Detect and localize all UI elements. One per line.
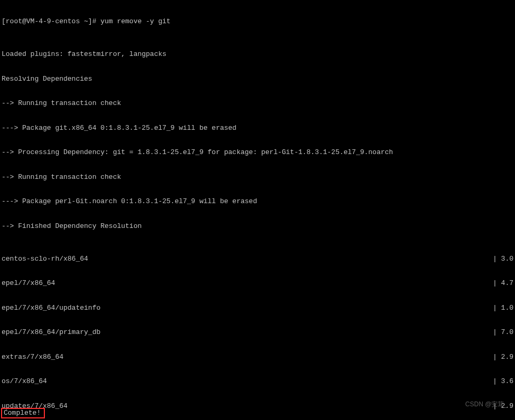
output-line: --> Finished Dependency Resolution	[2, 222, 513, 231]
output-line: ---> Package perl-Git.noarch 0:1.8.3.1-2…	[2, 197, 513, 206]
output-line: --> Processing Dependency: git = 1.8.3.1…	[2, 148, 513, 157]
watermark: CSDN @安茸_	[465, 400, 508, 409]
output-line: Resolving Dependencies	[2, 75, 513, 83]
command-prompt: [root@VM-4-9-centos ~]# yum remove -y gi…	[2, 17, 513, 26]
complete-highlight: Complete!	[1, 408, 45, 419]
repo-line: os/7/x86_64| 3.6	[2, 377, 513, 386]
output-line: Loaded plugins: fastestmirror, langpacks	[2, 50, 513, 59]
repo-line: epel/7/x86_64/primary_db| 7.0	[2, 328, 513, 337]
output-line: --> Running transaction check	[2, 173, 513, 182]
output-line: --> Running transaction check	[2, 99, 513, 108]
complete-text: Complete!	[4, 409, 41, 417]
output-line: ---> Package git.x86_64 0:1.8.3.1-25.el7…	[2, 124, 513, 132]
repo-line: updates/7/x86_64| 2.9	[2, 402, 513, 411]
repo-line: epel/7/x86_64| 4.7	[2, 279, 513, 288]
repo-line: extras/7/x86_64| 2.9	[2, 353, 513, 361]
repo-line: epel/7/x86_64/updateinfo| 1.0	[2, 304, 513, 312]
terminal-output[interactable]: [root@VM-4-9-centos ~]# yum remove -y gi…	[0, 0, 515, 420]
repo-line: centos-sclo-rh/x86_64| 3.0	[2, 255, 513, 263]
